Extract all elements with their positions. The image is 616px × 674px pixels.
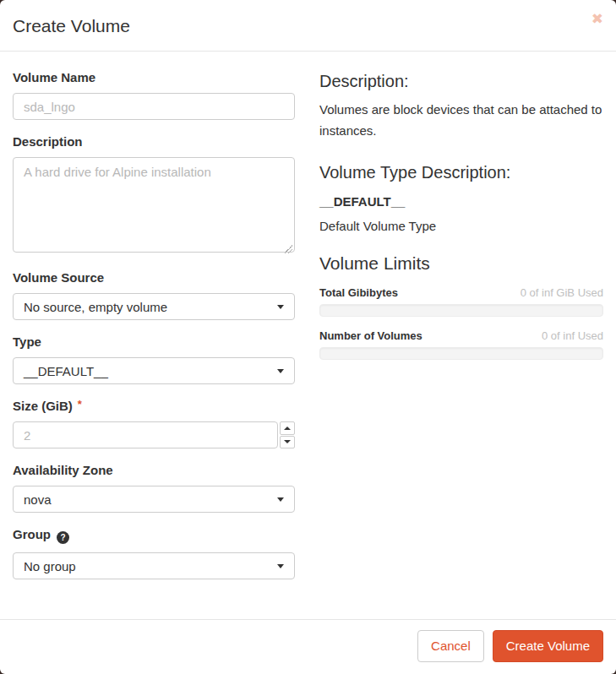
type-label: Type [13,334,295,349]
availability-zone-select[interactable]: nova [13,486,295,513]
type-group: Type __DEFAULT__ [13,334,295,384]
description-heading: Description: [319,72,603,91]
close-icon[interactable]: ✖ [591,12,603,26]
limit-usage: 0 of inf GiB Used [521,286,603,299]
limit-usage: 0 of inf Used [542,329,603,342]
arrow-up-icon [284,427,291,430]
limit-item-total-gibibytes: Total Gibibytes 0 of inf GiB Used [319,286,603,317]
volume-name-label: Volume Name [13,70,295,84]
volume-name-group: Volume Name [13,70,295,120]
type-select[interactable]: __DEFAULT__ [13,357,295,384]
size-label: Size (GiB)* [13,399,295,413]
modal-footer: Cancel Create Volume [0,619,616,674]
limit-label: Total Gibibytes [319,286,398,299]
description-text: Volumes are block devices that can be at… [319,100,603,142]
group-value: No group [24,559,76,573]
volume-type-description-heading: Volume Type Description: [319,163,603,182]
info-column: Description: Volumes are block devices t… [319,70,603,619]
arrow-down-icon [284,440,291,443]
help-icon[interactable]: ? [57,531,69,544]
create-volume-button[interactable]: Create Volume [493,630,603,662]
group-select[interactable]: No group [13,552,295,579]
chevron-down-icon [277,369,284,373]
progress-bar-total-gibibytes [319,304,603,317]
modal-header: Create Volume ✖ [0,0,616,52]
limit-item-number-of-volumes: Number of Volumes 0 of inf Used [319,329,603,360]
chevron-down-icon [277,497,284,502]
volume-source-select[interactable]: No source, empty volume [13,293,295,320]
create-volume-modal: Create Volume ✖ Volume Name Description … [0,0,616,674]
description-label: Description [13,134,295,149]
volume-limits-heading: Volume Limits [319,253,603,274]
modal-body: Volume Name Description Volume Source No… [0,52,616,619]
modal-title: Create Volume [13,14,603,38]
volume-source-label: Volume Source [13,270,295,285]
availability-zone-value: nova [24,492,52,507]
spinner-down-button[interactable] [280,436,295,449]
cancel-button[interactable]: Cancel [417,630,484,662]
required-asterisk: * [78,398,82,410]
limit-label: Number of Volumes [319,329,422,342]
form-column: Volume Name Description Volume Source No… [13,70,295,619]
group-label: Group? [13,527,295,544]
type-value: __DEFAULT__ [24,364,108,378]
description-textarea[interactable] [13,157,295,253]
chevron-down-icon [277,564,284,568]
availability-zone-group: Availability Zone nova [13,463,295,513]
spinner-up-button[interactable] [280,421,295,435]
progress-bar-number-of-volumes [319,347,603,360]
volume-source-value: No source, empty volume [24,300,167,314]
size-input[interactable] [13,421,278,448]
volume-type-description: Default Volume Type [319,219,603,233]
volume-source-group: Volume Source No source, empty volume [13,270,295,320]
chevron-down-icon [277,305,284,309]
size-group: Size (GiB)* [13,399,295,448]
availability-zone-label: Availability Zone [13,463,295,477]
description-group: Description [13,134,295,256]
quantity-stepper [280,421,295,448]
group-group: Group? No group [13,527,295,579]
volume-type-name: __DEFAULT__ [319,194,603,209]
volume-name-input[interactable] [13,93,295,120]
